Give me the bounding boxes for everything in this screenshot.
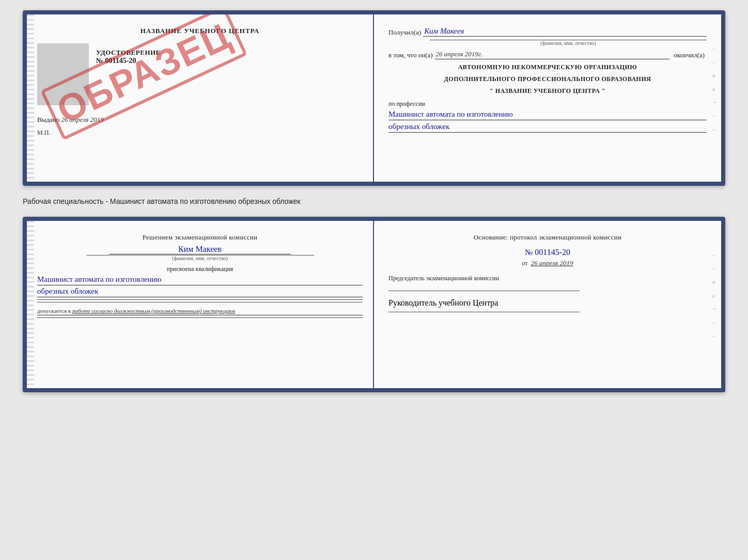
fio-underline: Ким Макеев [109,245,291,254]
org-line1: АВТОНОМНУЮ НЕКОММЕРЧЕСКУЮ ОРГАНИЗАЦИЮ [388,63,707,71]
vtom-row: в том, что он(а) 26 апреля 2019г. окончи… [388,50,707,59]
top-doc-right: Получил(а) Ким Макеев (фамилия, имя, отч… [374,14,721,182]
org-line2: ДОПОЛНИТЕЛЬНОГО ПРОФЕССИОНАЛЬНОГО ОБРАЗО… [388,75,707,83]
bottom-document-pair: Решением экзаменационной комиссии Ким Ма… [23,217,725,392]
poluchil-label: Получил(а) [388,28,421,37]
kvalif2: обрезных обложек [37,287,363,297]
profession2: обрезных обложек [388,122,707,133]
ot-line: от 26 апреля 2019 [388,259,707,267]
fio-value: Ким Макеев [109,245,291,254]
fam-placeholder-top: (фамилия, имя, отчество) [430,40,707,46]
rukav-block: Руководитель учебного Центра [388,298,707,312]
bottom-right-margin-marks: ––иа←–– [712,252,718,339]
dopuskaet-label: допускается к [37,308,71,314]
dopuskaet-row: допускается к работе согласно должностны… [37,308,363,315]
photo-udost-area: УДОСТОВЕРЕНИЕ № 001145-20 [37,43,363,109]
fam-placeholder-bottom: (фамилия, имя, отчество) [86,255,314,261]
ot-label: от [522,260,527,267]
vtom-date: 26 апреля 2019г. [435,50,669,59]
rukav-sign-line [388,312,580,312]
rukav-label: Руководитель учебного Центра [388,298,707,308]
predsed-label: Председатель экзаменационной комиссии [388,275,707,282]
bottom-doc-right: Основание: протокол экзаменационной коми… [374,221,721,388]
dopuskaet-value: работе согласно должностным (производств… [72,308,235,314]
mp-line: М.П. [37,129,363,137]
profession1: Машинист автомата по изготовлению [388,110,707,120]
vtom-label: в том, что он(а) [388,51,433,59]
top-left-title: НАЗВАНИЕ УЧЕБНОГО ЦЕНТРА [37,27,363,35]
prisvoena-text: присвоена квалификация [37,265,363,273]
poluchil-value: Ким Макеев [423,27,707,37]
top-doc-left: НАЗВАНИЕ УЧЕБНОГО ЦЕНТРА ОБРАЗЕЦ УДОСТОВ… [27,14,374,182]
vydano-date: 26 апреля 2019 [61,116,104,123]
right-margin-marks: ––иа←–– [712,45,718,132]
po-professii: по профессии [388,100,707,108]
caption-text: Рабочая специальность - Машинист автомат… [23,197,301,205]
org-line3: " НАЗВАНИЕ УЧЕБНОГО ЦЕНТРА " [388,87,707,95]
predsed-sign-line [388,291,580,291]
caption-row: Рабочая специальность - Машинист автомат… [23,195,725,207]
ot-date: 26 апреля 2019 [531,259,573,267]
protocol-number: № 001145-20 [388,248,707,257]
vydano-label: Выдано [37,116,59,123]
osnovanie-text: Основание: протокол экзаменационной коми… [388,233,707,242]
kvalif1: Машинист автомата по изготовлению [37,275,363,285]
predsed-block: Председатель экзаменационной комиссии [388,275,707,291]
bottom-doc-left: Решением экзаменационной комиссии Ким Ма… [27,221,374,388]
poluchil-row: Получил(а) Ким Макеев [388,27,707,37]
resheniem-text: Решением экзаменационной комиссии [37,233,363,242]
okonchil-label: окончил(а) [674,51,705,59]
top-document-pair: НАЗВАНИЕ УЧЕБНОГО ЦЕНТРА ОБРАЗЕЦ УДОСТОВ… [23,10,725,186]
vydano-line: Выдано 26 апреля 2019 [37,116,363,124]
photo-placeholder [37,43,89,105]
fio-area: Ким Макеев (фамилия, имя, отчество) [86,245,314,261]
